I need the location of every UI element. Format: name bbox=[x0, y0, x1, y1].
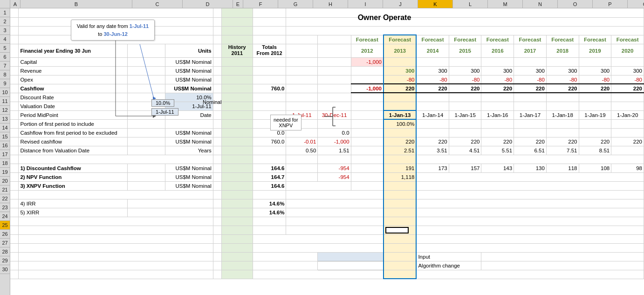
row-num-26[interactable]: 26 bbox=[0, 230, 10, 239]
cell-n15[interactable]: 220 bbox=[481, 137, 514, 146]
cell-l15[interactable]: 220 bbox=[416, 137, 449, 146]
cell-h21[interactable] bbox=[286, 190, 384, 199]
cell-g24[interactable] bbox=[253, 217, 286, 226]
cell-q13[interactable] bbox=[579, 119, 611, 128]
cell-n16[interactable]: 5.51 bbox=[481, 146, 514, 155]
col-header-j[interactable]: J bbox=[383, 0, 418, 8]
cell-b29[interactable] bbox=[19, 261, 213, 270]
cell-k18[interactable]: 191 bbox=[384, 164, 417, 172]
cell-j8[interactable] bbox=[351, 75, 384, 84]
cell-c18[interactable] bbox=[127, 164, 165, 172]
cell-o9[interactable]: 220 bbox=[514, 84, 547, 93]
cell-n7-revenue[interactable]: 300 bbox=[481, 66, 514, 75]
cell-p14[interactable] bbox=[546, 128, 579, 137]
cell-a27[interactable] bbox=[10, 243, 19, 252]
cell-l22[interactable] bbox=[416, 199, 644, 208]
row-num-10[interactable]: 10 bbox=[0, 88, 10, 97]
cell-b27[interactable] bbox=[19, 243, 213, 252]
cell-q14[interactable] bbox=[579, 128, 611, 137]
cell-c8[interactable] bbox=[127, 75, 165, 84]
cell-b24[interactable] bbox=[19, 217, 213, 226]
cell-b13-portion[interactable]: Portion of first period to include bbox=[19, 119, 127, 128]
cell-l4-forecast[interactable]: Forecast bbox=[416, 35, 449, 44]
cell-f26[interactable] bbox=[221, 234, 253, 243]
cell-p10[interactable] bbox=[546, 93, 579, 102]
cell-o6[interactable] bbox=[514, 57, 547, 66]
cell-i13[interactable] bbox=[318, 119, 351, 128]
cell-l21[interactable] bbox=[416, 190, 644, 199]
cell-h6[interactable] bbox=[286, 57, 318, 66]
cell-r10[interactable] bbox=[611, 93, 644, 102]
cell-n4-forecast[interactable]: Forecast bbox=[481, 35, 514, 44]
row-num-27[interactable]: 27 bbox=[0, 239, 10, 247]
cell-n14[interactable] bbox=[481, 128, 514, 137]
cell-f10[interactable] bbox=[221, 93, 253, 102]
cell-a29[interactable] bbox=[10, 261, 19, 270]
cell-e5[interactable] bbox=[213, 44, 221, 57]
cell-k26[interactable] bbox=[384, 234, 417, 243]
row-num-5[interactable]: 5 bbox=[0, 44, 10, 53]
row-num-15[interactable]: 15 bbox=[0, 132, 10, 141]
cell-l30[interactable] bbox=[416, 270, 644, 279]
col-header-c[interactable]: C bbox=[132, 0, 183, 8]
cell-a7[interactable] bbox=[10, 66, 19, 75]
cell-n11[interactable] bbox=[481, 102, 514, 110]
cell-e2[interactable] bbox=[213, 17, 221, 26]
cell-f4[interactable] bbox=[221, 35, 253, 44]
cell-q11[interactable] bbox=[579, 102, 611, 110]
cell-r5-year[interactable]: 2020 bbox=[611, 44, 644, 57]
row-num-14[interactable]: 14 bbox=[0, 123, 10, 132]
cell-h11[interactable] bbox=[286, 102, 318, 110]
cell-o7-revenue[interactable]: 300 bbox=[514, 66, 547, 75]
cell-a1[interactable] bbox=[10, 8, 19, 17]
cell-c5[interactable] bbox=[127, 44, 165, 57]
col-header-o[interactable]: O bbox=[558, 0, 593, 8]
col-header-g[interactable]: G bbox=[278, 0, 313, 8]
col-header-b[interactable]: B bbox=[21, 0, 132, 8]
cell-k15[interactable]: 220 bbox=[384, 137, 417, 146]
cell-k12-date[interactable]: 1-Jan-13 bbox=[384, 110, 417, 119]
cell-f19[interactable] bbox=[221, 172, 253, 181]
row-num-17[interactable]: 17 bbox=[0, 150, 10, 159]
cell-j4-forecast[interactable]: Forecast bbox=[351, 35, 384, 44]
cell-o15[interactable]: 220 bbox=[514, 137, 547, 146]
cell-f8[interactable] bbox=[221, 75, 253, 84]
cell-r7-revenue[interactable]: 300 bbox=[611, 66, 644, 75]
cell-k5-year[interactable]: 2013 bbox=[384, 44, 417, 57]
row-num-8[interactable]: 8 bbox=[0, 70, 10, 79]
cell-r16[interactable] bbox=[611, 146, 644, 155]
cell-l12-date[interactable]: 1-Jan-14 bbox=[416, 110, 449, 119]
row-num-18[interactable]: 18 bbox=[0, 159, 10, 168]
cell-e30[interactable] bbox=[213, 270, 221, 279]
col-header-d[interactable]: D bbox=[183, 0, 233, 8]
row-num-16[interactable]: 16 bbox=[0, 141, 10, 150]
cell-q4-forecast[interactable]: Forecast bbox=[579, 35, 611, 44]
cell-g22[interactable]: 14.6% bbox=[253, 199, 286, 208]
cell-m11[interactable] bbox=[449, 102, 481, 110]
cell-f27[interactable] bbox=[221, 243, 253, 252]
cell-a17[interactable] bbox=[10, 155, 19, 164]
cell-j5-year[interactable]: 2012 bbox=[351, 44, 384, 57]
cell-h20[interactable] bbox=[286, 181, 351, 190]
cell-p11[interactable] bbox=[546, 102, 579, 110]
cell-l9[interactable]: 220 bbox=[416, 84, 449, 93]
cell-d9-units[interactable]: US$M Nominal bbox=[165, 84, 213, 93]
cell-l24[interactable] bbox=[416, 217, 644, 226]
cell-g30[interactable] bbox=[253, 270, 384, 279]
cell-l5-year[interactable]: 2014 bbox=[416, 44, 449, 57]
cell-m12-date[interactable]: 1-Jan-15 bbox=[449, 110, 481, 119]
cell-g11[interactable] bbox=[253, 102, 286, 110]
cell-e21[interactable] bbox=[213, 190, 221, 199]
k25-box[interactable] bbox=[385, 227, 409, 233]
cell-p9[interactable]: 220 bbox=[546, 84, 579, 93]
cell-b28[interactable] bbox=[19, 252, 213, 261]
cell-o10[interactable] bbox=[514, 93, 547, 102]
cell-k29[interactable] bbox=[384, 261, 417, 270]
cell-o11[interactable] bbox=[514, 102, 547, 110]
cell-a25[interactable] bbox=[10, 226, 19, 234]
cell-i16[interactable]: 1.51 bbox=[318, 146, 351, 155]
cell-a3[interactable] bbox=[10, 26, 19, 35]
cell-i15[interactable]: -1,000 bbox=[318, 137, 351, 146]
cell-k19[interactable]: 1,118 bbox=[384, 172, 417, 181]
cell-n28[interactable] bbox=[481, 252, 644, 261]
